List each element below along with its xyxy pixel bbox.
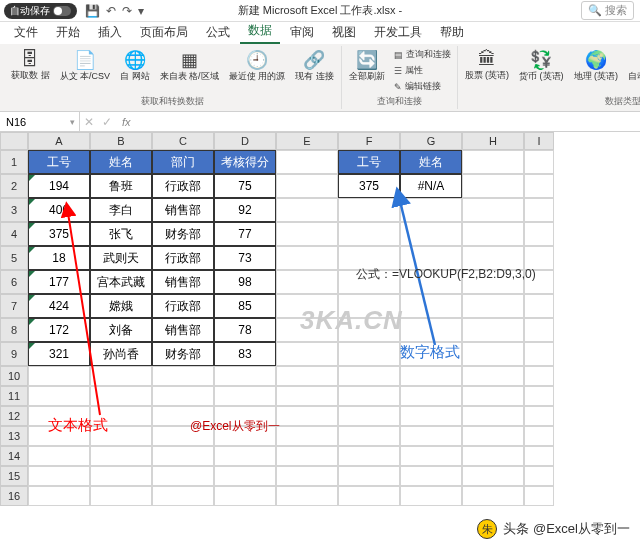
cell-A3[interactable]: 406 xyxy=(28,198,90,222)
btn-auto[interactable]: ⟳自动 (英语) xyxy=(625,47,640,84)
cell-D3[interactable]: 92 xyxy=(214,198,276,222)
cell-B9[interactable]: 孙尚香 xyxy=(90,342,152,366)
row-header-16[interactable]: 16 xyxy=(0,486,28,506)
cell-H13[interactable] xyxy=(462,426,524,446)
tab-review[interactable]: 审阅 xyxy=(282,21,322,44)
row-header-7[interactable]: 7 xyxy=(0,294,28,318)
cell-C13[interactable] xyxy=(152,426,214,446)
cell-A14[interactable] xyxy=(28,446,90,466)
btn-currency[interactable]: 💱货币 (英语) xyxy=(516,47,567,84)
cell-H6[interactable] xyxy=(462,270,524,294)
cell-G15[interactable] xyxy=(400,466,462,486)
cell-A5[interactable]: 18 xyxy=(28,246,90,270)
cell-G12[interactable] xyxy=(400,406,462,426)
row-header-8[interactable]: 8 xyxy=(0,318,28,342)
cell-I8[interactable] xyxy=(524,318,554,342)
cell-B6[interactable]: 宫本武藏 xyxy=(90,270,152,294)
cell-D11[interactable] xyxy=(214,386,276,406)
cell-B4[interactable]: 张飞 xyxy=(90,222,152,246)
cell-G4[interactable] xyxy=(400,222,462,246)
cell-D13[interactable] xyxy=(214,426,276,446)
cell-I14[interactable] xyxy=(524,446,554,466)
cell-D7[interactable]: 85 xyxy=(214,294,276,318)
cell-F13[interactable] xyxy=(338,426,400,446)
cell-A8[interactable]: 172 xyxy=(28,318,90,342)
cell-B3[interactable]: 李白 xyxy=(90,198,152,222)
cell-G16[interactable] xyxy=(400,486,462,506)
cell-A2[interactable]: 194 xyxy=(28,174,90,198)
cell-B16[interactable] xyxy=(90,486,152,506)
cell-A16[interactable] xyxy=(28,486,90,506)
cell-F14[interactable] xyxy=(338,446,400,466)
cell-C3[interactable]: 销售部 xyxy=(152,198,214,222)
undo-icon[interactable]: ↶ xyxy=(106,4,116,18)
tab-help[interactable]: 帮助 xyxy=(432,21,472,44)
cell-F9[interactable] xyxy=(338,342,400,366)
cell-E7[interactable] xyxy=(276,294,338,318)
cell-H10[interactable] xyxy=(462,366,524,386)
cell-C4[interactable]: 财务部 xyxy=(152,222,214,246)
mini-queries[interactable]: ▤查询和连接 xyxy=(392,47,453,62)
col-header-D[interactable]: D xyxy=(214,132,276,150)
btn-recent[interactable]: 🕘最近使 用的源 xyxy=(226,47,289,84)
row-header-10[interactable]: 10 xyxy=(0,366,28,386)
cell-G1[interactable]: 姓名 xyxy=(400,150,462,174)
select-all-corner[interactable] xyxy=(0,132,28,150)
cell-B14[interactable] xyxy=(90,446,152,466)
cell-D10[interactable] xyxy=(214,366,276,386)
cell-H7[interactable] xyxy=(462,294,524,318)
cell-B11[interactable] xyxy=(90,386,152,406)
cell-E6[interactable] xyxy=(276,270,338,294)
cell-B1[interactable]: 姓名 xyxy=(90,150,152,174)
cell-F10[interactable] xyxy=(338,366,400,386)
cell-G11[interactable] xyxy=(400,386,462,406)
row-header-12[interactable]: 12 xyxy=(0,406,28,426)
cell-B12[interactable] xyxy=(90,406,152,426)
mini-editlinks[interactable]: ✎编辑链接 xyxy=(392,79,453,94)
cell-E8[interactable] xyxy=(276,318,338,342)
cell-I9[interactable] xyxy=(524,342,554,366)
cell-G8[interactable] xyxy=(400,318,462,342)
tab-home[interactable]: 开始 xyxy=(48,21,88,44)
cell-C5[interactable]: 行政部 xyxy=(152,246,214,270)
col-header-G[interactable]: G xyxy=(400,132,462,150)
btn-refresh[interactable]: 🔄全部刷新 xyxy=(346,47,388,84)
cell-A12[interactable] xyxy=(28,406,90,426)
cell-C2[interactable]: 行政部 xyxy=(152,174,214,198)
cell-E3[interactable] xyxy=(276,198,338,222)
cell-C8[interactable]: 销售部 xyxy=(152,318,214,342)
cell-C16[interactable] xyxy=(152,486,214,506)
btn-web[interactable]: 🌐自 网站 xyxy=(117,47,153,84)
btn-stock[interactable]: 🏛股票 (英语) xyxy=(462,47,513,83)
name-box[interactable]: N16 xyxy=(0,112,80,131)
cell-I1[interactable] xyxy=(524,150,554,174)
search-box[interactable]: 🔍 搜索 xyxy=(581,1,634,20)
cell-I15[interactable] xyxy=(524,466,554,486)
cell-D12[interactable] xyxy=(214,406,276,426)
cell-D8[interactable]: 78 xyxy=(214,318,276,342)
cell-E14[interactable] xyxy=(276,446,338,466)
cell-G3[interactable] xyxy=(400,198,462,222)
cell-G14[interactable] xyxy=(400,446,462,466)
row-header-14[interactable]: 14 xyxy=(0,446,28,466)
btn-conn[interactable]: 🔗现有 连接 xyxy=(292,47,337,84)
cell-E4[interactable] xyxy=(276,222,338,246)
cell-C12[interactable] xyxy=(152,406,214,426)
autosave-toggle[interactable]: 自动保存 xyxy=(4,3,77,19)
cell-H5[interactable] xyxy=(462,246,524,270)
col-header-A[interactable]: A xyxy=(28,132,90,150)
cell-F12[interactable] xyxy=(338,406,400,426)
cell-I12[interactable] xyxy=(524,406,554,426)
cell-A10[interactable] xyxy=(28,366,90,386)
cell-D15[interactable] xyxy=(214,466,276,486)
cell-B13[interactable] xyxy=(90,426,152,446)
cell-E13[interactable] xyxy=(276,426,338,446)
cell-B2[interactable]: 鲁班 xyxy=(90,174,152,198)
btn-table[interactable]: ▦来自表 格/区域 xyxy=(157,47,222,84)
cancel-icon[interactable]: ✕ xyxy=(80,115,98,129)
cell-A9[interactable]: 321 xyxy=(28,342,90,366)
col-header-E[interactable]: E xyxy=(276,132,338,150)
redo-icon[interactable]: ↷ xyxy=(122,4,132,18)
cell-A4[interactable]: 375 xyxy=(28,222,90,246)
cell-H11[interactable] xyxy=(462,386,524,406)
